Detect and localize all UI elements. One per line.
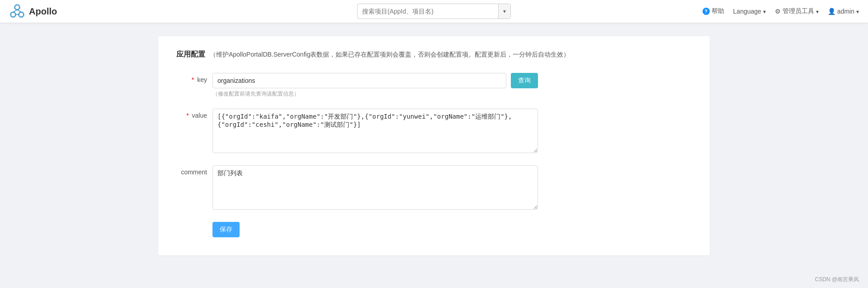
admin-tools-chevron-icon [816, 8, 819, 15]
key-hint: （修改配置前请先查询该配置信息） [212, 90, 538, 98]
main-content: 应用配置 （维护ApolloPortalDB.ServerConfig表数据，如… [140, 23, 728, 269]
brand-logo[interactable]: Apollo [9, 3, 57, 19]
query-button[interactable]: 查询 [511, 73, 538, 88]
key-required-star: * [192, 76, 194, 83]
user-icon: 👤 [828, 8, 835, 15]
navbar: Apollo ? 帮助 Language ⚙ 管理员工具 👤 admin [0, 0, 868, 23]
config-card: 应用配置 （维护ApolloPortalDB.ServerConfig表数据，如… [158, 36, 710, 255]
key-label-text: key [197, 76, 207, 83]
admin-user-label: admin [837, 8, 854, 15]
value-required-star: * [186, 112, 189, 119]
admin-user-chevron-icon [856, 8, 859, 15]
help-icon: ? [703, 8, 710, 15]
search-wrapper [357, 4, 511, 19]
comment-control-wrap: 部门列表 [212, 165, 538, 211]
chevron-down-icon [503, 8, 506, 14]
page-title-desc: （维护ApolloPortalDB.ServerConfig表数据，如果已存在配… [210, 51, 570, 58]
svg-point-1 [11, 12, 16, 17]
comment-form-group: comment 部门列表 [176, 165, 692, 211]
search-area [357, 4, 511, 19]
svg-line-3 [13, 10, 17, 12]
svg-point-0 [15, 5, 20, 10]
navbar-right: ? 帮助 Language ⚙ 管理员工具 👤 admin [703, 7, 859, 15]
key-control-wrap: 查询 （修改配置前请先查询该配置信息） [212, 73, 538, 98]
search-dropdown-button[interactable] [498, 4, 510, 19]
language-label: Language [733, 8, 761, 15]
page-title: 应用配置 （维护ApolloPortalDB.ServerConfig表数据，如… [176, 50, 692, 59]
footer-note: CSDN @南宫乘风 [815, 276, 859, 283]
help-link[interactable]: ? 帮助 [703, 7, 724, 15]
help-label: 帮助 [712, 7, 724, 15]
brand-text: Apollo [29, 6, 57, 17]
language-link[interactable]: Language [733, 8, 766, 15]
key-form-group: * key 查询 （修改配置前请先查询该配置信息） [176, 73, 692, 98]
value-form-group: * value [{"orgId":"kaifa","orgName":"开发部… [176, 109, 692, 154]
comment-label-text: comment [181, 168, 207, 176]
comment-textarea[interactable]: 部门列表 [212, 165, 538, 210]
gear-icon: ⚙ [775, 8, 781, 15]
save-button[interactable]: 保存 [212, 222, 240, 237]
apollo-logo-icon [9, 3, 25, 19]
key-input[interactable] [212, 73, 506, 88]
key-row: 查询 [212, 73, 538, 88]
admin-user-link[interactable]: 👤 admin [828, 8, 859, 15]
svg-line-4 [17, 10, 21, 12]
key-label: * key [176, 73, 212, 83]
admin-tools-link[interactable]: ⚙ 管理员工具 [775, 7, 819, 15]
value-label-text: value [192, 112, 207, 119]
value-label: * value [176, 109, 212, 119]
value-control-wrap: [{"orgId":"kaifa","orgName":"开发部门"},{"or… [212, 109, 538, 154]
page-title-main: 应用配置 [176, 50, 205, 58]
language-chevron-icon [763, 8, 766, 15]
save-row: 保存 [212, 222, 692, 237]
comment-label: comment [176, 165, 212, 176]
search-input[interactable] [358, 8, 498, 15]
admin-tools-label: 管理员工具 [783, 7, 814, 15]
svg-point-2 [19, 12, 24, 17]
value-textarea[interactable]: [{"orgId":"kaifa","orgName":"开发部门"},{"or… [212, 109, 538, 153]
